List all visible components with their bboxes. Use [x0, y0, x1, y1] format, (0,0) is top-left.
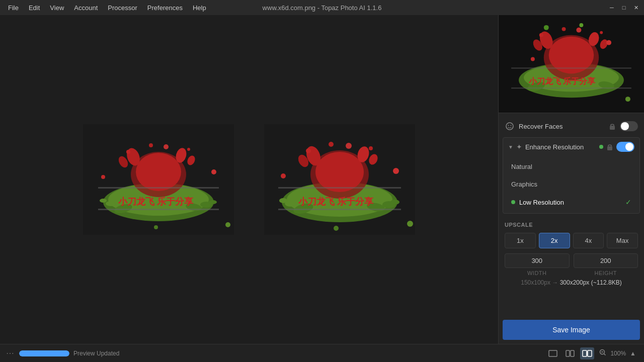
svg-text:小刀龙飞  乐于分享: 小刀龙飞 乐于分享 [528, 76, 596, 85]
dimension-row: WIDTH HEIGHT [505, 253, 638, 276]
svg-point-17 [126, 150, 130, 154]
enhance-icon: ✦ [516, 143, 522, 151]
zoom-level-label: 100% [610, 350, 626, 357]
svg-rect-82 [571, 350, 574, 356]
menu-edit[interactable]: Edit [25, 3, 44, 13]
svg-point-66 [600, 31, 603, 34]
size-info: 150x100px → 300x200px (~112.8KB) [505, 279, 638, 286]
enhance-resolution-section: ▼ ✦ Enhance Resolution [503, 137, 640, 214]
zoom-control: 100% ▲ [597, 348, 638, 358]
scale-2x-button[interactable]: 2x [539, 233, 570, 248]
menu-file[interactable]: File [4, 3, 23, 13]
maximize-button[interactable]: □ [620, 4, 628, 12]
width-input[interactable] [505, 253, 570, 268]
after-image: 小刀龙飞 乐于分享 [264, 124, 415, 235]
canvas-area[interactable]: 小刀龙飞 乐于分享 [0, 15, 498, 344]
svg-point-69 [606, 40, 611, 45]
height-label: HEIGHT [594, 270, 617, 276]
zoom-up-icon[interactable]: ▲ [628, 349, 638, 358]
svg-point-48 [334, 226, 339, 231]
svg-point-10 [136, 153, 181, 191]
enhance-resolution-header[interactable]: ▼ ✦ Enhance Resolution [503, 138, 639, 156]
activity-indicator: Preview Updated [19, 350, 119, 357]
scale-1x-button[interactable]: 1x [505, 233, 536, 248]
upscale-title: UPSCALE [505, 222, 638, 228]
mode-graphics-label: Graphics [511, 180, 537, 188]
svg-rect-78 [610, 126, 615, 130]
window-controls: ─ □ ✕ [608, 4, 640, 12]
mode-list: Natural Graphics Low Resolution ✓ [503, 156, 639, 213]
mode-low-resolution[interactable]: Low Resolution ✓ [503, 193, 639, 211]
svg-point-5 [106, 201, 116, 206]
svg-point-45 [393, 168, 399, 174]
svg-point-71 [625, 97, 630, 102]
face-icon [505, 121, 515, 131]
recover-faces-row: Recover Faces [499, 117, 644, 135]
minimize-button[interactable]: ─ [608, 4, 616, 12]
upscale-section: UPSCALE 1x 2x 4x Max WIDTH HEIGHT [499, 216, 644, 290]
svg-point-47 [407, 221, 413, 227]
right-panel: 小刀龙飞 乐于分享 Recover Faces [498, 15, 644, 344]
svg-point-41 [346, 143, 352, 149]
height-input[interactable] [574, 253, 638, 268]
scale-4x-button[interactable]: 4x [573, 233, 604, 248]
enhance-lock-icon [606, 143, 613, 150]
recover-faces-lock-icon [609, 123, 616, 130]
save-image-button[interactable]: Save Image [503, 320, 640, 340]
svg-point-44 [369, 146, 373, 150]
svg-text:小刀龙飞  乐于分享: 小刀龙飞 乐于分享 [298, 196, 374, 207]
width-label: WIDTH [527, 270, 547, 276]
svg-rect-81 [566, 350, 570, 356]
enhance-resolution-toggle[interactable] [616, 142, 634, 152]
thumbnail-area: 小刀龙飞 乐于分享 [499, 15, 644, 113]
menu-view[interactable]: View [46, 3, 68, 13]
svg-rect-49 [278, 187, 401, 189]
menu-preferences[interactable]: Preferences [143, 3, 187, 13]
svg-rect-73 [511, 87, 631, 88]
svg-rect-84 [588, 350, 592, 356]
svg-rect-50 [278, 209, 401, 210]
mode-graphics[interactable]: Graphics [503, 175, 639, 193]
panel-content: Recover Faces ▼ ✦ Enhance Resolution [499, 113, 644, 316]
zoom-out-icon[interactable] [597, 348, 608, 358]
view-controls: 100% ▲ [546, 347, 638, 359]
svg-point-65 [539, 33, 543, 37]
mode-check-icon: ✓ [625, 198, 631, 206]
mode-low-resolution-label: Low Resolution [519, 199, 564, 206]
svg-rect-80 [549, 350, 557, 356]
titlebar: File Edit View Account Processor Prefere… [0, 0, 644, 15]
recover-faces-toggle[interactable] [620, 121, 638, 131]
svg-point-8 [209, 200, 217, 204]
view-compare-button[interactable] [580, 347, 594, 359]
svg-point-63 [576, 28, 581, 33]
svg-point-33 [279, 198, 287, 203]
menu-account[interactable]: Account [70, 3, 102, 13]
svg-point-77 [511, 125, 512, 126]
enhance-active-indicator [599, 145, 603, 149]
size-info-before: 150x100px → [521, 279, 559, 286]
chevron-down-icon: ▼ [508, 144, 513, 150]
svg-point-68 [579, 23, 583, 27]
svg-point-19 [211, 169, 216, 174]
menu-processor[interactable]: Processor [104, 3, 141, 13]
scale-max-button[interactable]: Max [607, 233, 638, 248]
settings-icon[interactable]: ⋯ [6, 348, 14, 358]
mode-natural[interactable]: Natural [503, 158, 639, 175]
width-field: WIDTH [505, 253, 570, 276]
close-button[interactable]: ✕ [632, 4, 640, 12]
svg-point-36 [315, 152, 364, 192]
svg-point-67 [544, 25, 549, 30]
size-info-after: 300x200px (~112.8KB) [560, 279, 622, 286]
view-single-button[interactable] [546, 347, 560, 359]
view-split-button[interactable] [563, 347, 577, 359]
svg-point-16 [149, 143, 153, 147]
svg-point-18 [187, 148, 190, 151]
svg-rect-72 [511, 67, 631, 68]
before-image: 小刀龙飞 乐于分享 [83, 124, 234, 235]
svg-rect-83 [583, 350, 587, 356]
menu-help[interactable]: Help [189, 3, 210, 13]
main-layout: 小刀龙飞 乐于分享 [0, 15, 644, 344]
enhance-resolution-label: Enhance Resolution [525, 143, 596, 151]
svg-point-75 [506, 123, 513, 130]
window-title: www.x6d.com.png - Topaz Photo AI 1.1.6 [263, 4, 382, 12]
